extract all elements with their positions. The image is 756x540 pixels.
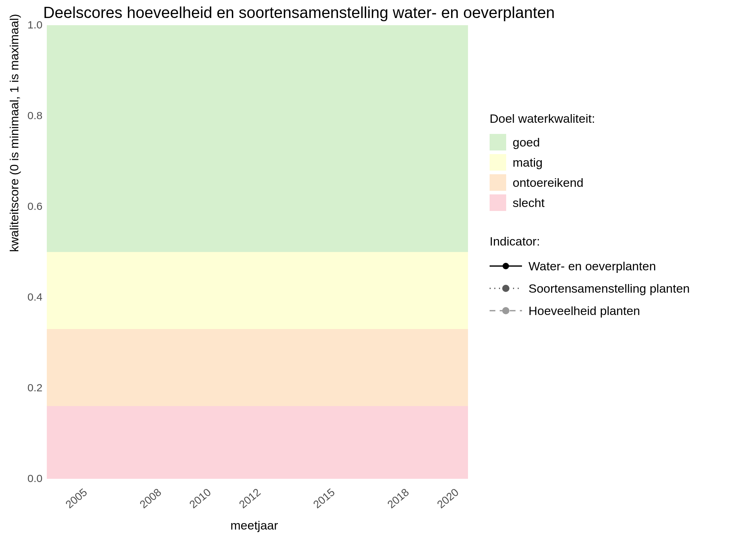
legend-item-soorten: Soortensamenstelling planten [490, 277, 690, 300]
page-title: Deelscores hoeveelheid en soortensamenst… [43, 4, 555, 22]
legend-label: Hoeveelheid planten [528, 304, 640, 318]
legend-item-goed: goed [490, 132, 690, 152]
legend-label: Soortensamenstelling planten [528, 282, 690, 296]
legend-label: ontoereikend [513, 176, 584, 190]
y-tick: 1.0 [14, 19, 42, 31]
plot-panel [47, 25, 468, 479]
swatch-icon [490, 154, 506, 171]
y-tick: 0.0 [14, 472, 42, 485]
band-slecht [47, 406, 468, 479]
y-tick: 0.6 [14, 200, 42, 212]
line-sample-icon [490, 259, 522, 273]
legend-item-matig: matig [490, 152, 690, 172]
legend-indicator-title: Indicator: [490, 234, 690, 248]
band-matig [47, 252, 468, 329]
legend-label: goed [513, 135, 540, 149]
x-tick: 2020 [435, 486, 461, 511]
line-sample-icon [490, 303, 522, 318]
svg-point-32 [503, 263, 509, 269]
line-sample-icon [490, 281, 522, 296]
x-tick: 2012 [237, 486, 263, 511]
legend-quality-title: Doel waterkwaliteit: [490, 112, 690, 126]
y-tick: 0.2 [14, 382, 42, 394]
x-tick: 2018 [385, 486, 411, 511]
legend-label: matig [513, 156, 543, 170]
x-tick: 2010 [187, 486, 213, 511]
x-tick: 2005 [63, 486, 90, 511]
y-axis-label: kwaliteitscore (0 is minimaal, 1 is maxi… [7, 14, 21, 252]
band-goed [47, 25, 468, 252]
swatch-icon [490, 194, 506, 211]
y-tick: 0.4 [14, 291, 42, 303]
legend-item-ontoereikend: ontoereikend [490, 172, 690, 193]
swatch-icon [490, 174, 506, 191]
legend-label: slecht [513, 196, 545, 210]
legend: Doel waterkwaliteit: goed matig ontoerei… [490, 112, 690, 322]
legend-label: Water- en oeverplanten [528, 259, 656, 273]
legend-item-slecht: slecht [490, 193, 690, 213]
swatch-icon [490, 134, 506, 150]
x-tick: 2008 [138, 486, 164, 511]
svg-point-34 [502, 285, 509, 292]
y-tick: 0.8 [14, 109, 42, 122]
x-tick: 2015 [311, 486, 337, 511]
band-ontoereikend [47, 329, 468, 406]
x-axis-label: meetjaar [230, 518, 278, 532]
svg-point-36 [502, 307, 509, 314]
legend-item-water-oever: Water- en oeverplanten [490, 255, 690, 277]
legend-item-hoeveelheid: Hoeveelheid planten [490, 300, 690, 322]
